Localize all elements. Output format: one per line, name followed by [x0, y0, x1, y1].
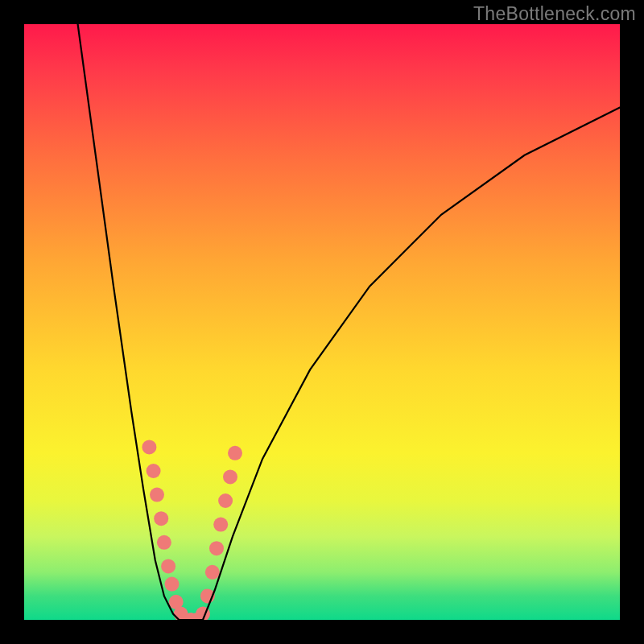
marker-dot [154, 511, 168, 526]
marker-group [142, 440, 242, 620]
marker-dot [161, 559, 175, 573]
marker-dot [213, 518, 228, 532]
marker-dot [157, 535, 171, 550]
marker-dot [150, 488, 164, 502]
plot-area [24, 24, 620, 620]
marker-dot [228, 446, 242, 460]
marker-dot [209, 541, 224, 555]
marker-dot [147, 464, 161, 478]
curve-right-branch [203, 108, 620, 620]
curve-left-branch [78, 24, 180, 620]
chart-svg [24, 24, 620, 620]
marker-dot [223, 469, 237, 484]
marker-dot [142, 440, 156, 454]
marker-dot [218, 493, 233, 508]
chart-frame: TheBottleneck.com [0, 0, 644, 644]
marker-dot [205, 565, 220, 580]
marker-dot [165, 577, 180, 592]
watermark-text: TheBottleneck.com [473, 3, 636, 25]
